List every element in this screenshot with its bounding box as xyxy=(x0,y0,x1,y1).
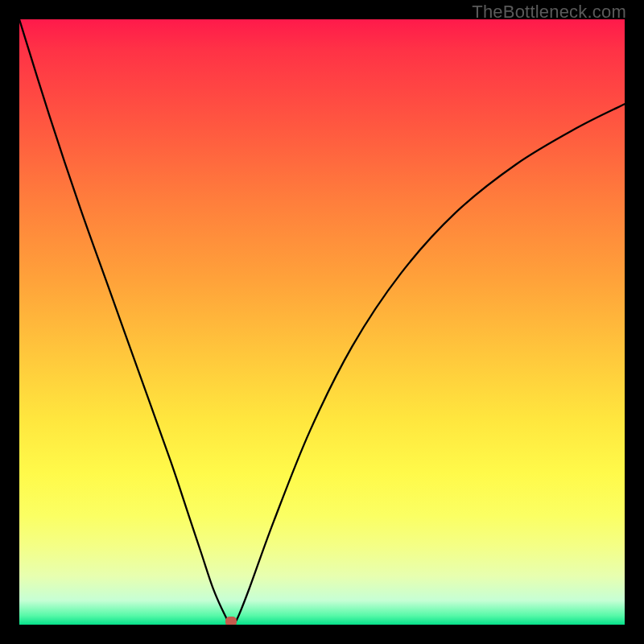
plot-area xyxy=(19,19,625,625)
chart-frame: TheBottleneck.com xyxy=(0,0,644,644)
bottleneck-curve xyxy=(19,19,625,625)
watermark-text: TheBottleneck.com xyxy=(472,2,626,23)
bottleneck-marker xyxy=(225,617,237,625)
